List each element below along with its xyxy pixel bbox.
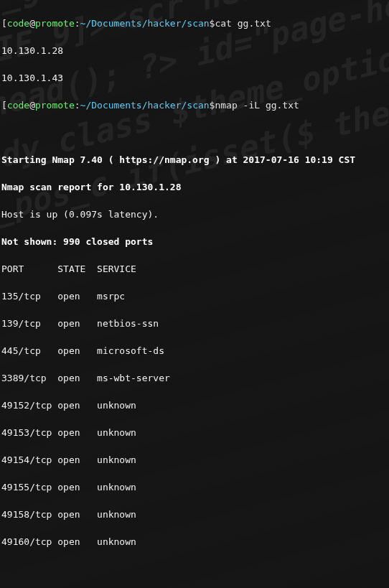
prompt-path: ~/Documents/hacker/scan	[80, 100, 210, 111]
table-row: 135/tcp open msrpc	[1, 289, 388, 303]
blank-line	[1, 562, 388, 576]
prompt-host: promote	[35, 100, 75, 111]
bracket-open: [	[1, 18, 7, 29]
prompt-host: promote	[35, 18, 75, 29]
nmap-start-line: Starting Nmap 7.40 ( https://nmap.org ) …	[1, 153, 388, 167]
bracket-open: [	[1, 100, 7, 111]
table-row: 49155/tcp open unknown	[1, 480, 388, 494]
prompt-at: @	[29, 100, 35, 111]
blank-line	[1, 126, 388, 139]
command-nmap: nmap -iL gg.txt	[215, 100, 299, 111]
table-row: 139/tcp open netbios-ssn	[1, 317, 388, 330]
command-cat: cat gg.txt	[215, 18, 271, 29]
table-row: 49152/tcp open unknown	[1, 398, 388, 412]
prompt-path: ~/Documents/hacker/scan	[80, 18, 210, 29]
scan-report-header: Nmap scan report for 10.130.1.28	[1, 180, 388, 194]
file-content-line: 10.130.1.43	[1, 71, 388, 85]
terminal-output: [code@promote:~/Documents/hacker/scan$ca…	[1, 3, 388, 588]
prompt-at: @	[29, 18, 35, 29]
table-row: 49158/tcp open unknown	[1, 508, 388, 521]
closed-ports-line: Not shown: 990 closed ports	[1, 235, 388, 248]
prompt-colon: :	[75, 18, 80, 29]
table-row: 49160/tcp open unknown	[1, 535, 388, 549]
table-row: 3389/tcp open ms-wbt-server	[1, 371, 388, 385]
table-row: 445/tcp open microsoft-ds	[1, 344, 388, 358]
host-up-line: Host is up (0.097s latency).	[1, 207, 388, 221]
prompt-user: code	[7, 100, 29, 111]
table-row: 49153/tcp open unknown	[1, 426, 388, 439]
prompt-user: code	[7, 18, 29, 29]
table-row: 49154/tcp open unknown	[1, 453, 388, 467]
table-header: PORT STATE SERVICE	[1, 262, 388, 276]
prompt-line-1[interactable]: [code@promote:~/Documents/hacker/scan$ca…	[1, 17, 388, 30]
prompt-line-2[interactable]: [code@promote:~/Documents/hacker/scan$nm…	[1, 98, 388, 112]
file-content-line: 10.130.1.28	[1, 44, 388, 57]
prompt-colon: :	[75, 100, 80, 111]
